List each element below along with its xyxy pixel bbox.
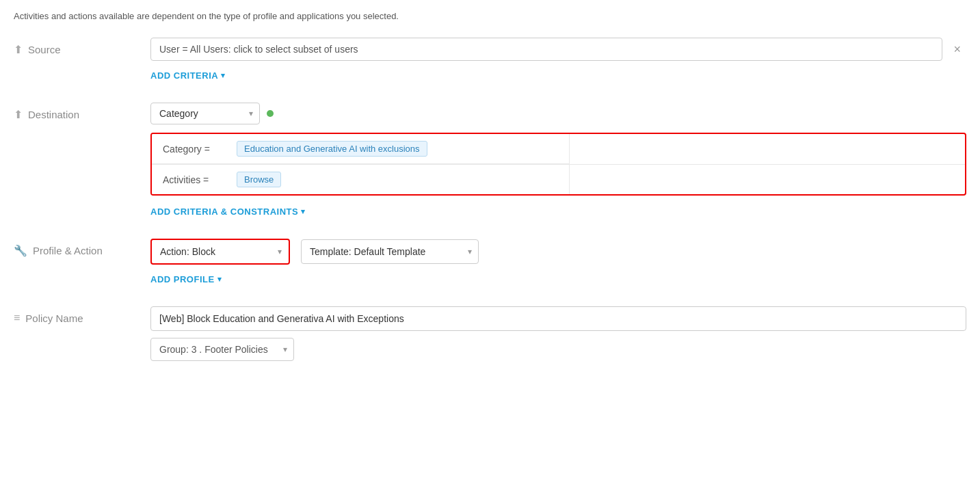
destination-criteria-box: Category = Education and Generative AI w… (150, 133, 966, 196)
policy-name-section: ≡ Policy Name Group: 1 . Top Policies Gr… (14, 306, 966, 361)
destination-add-criteria-chevron: ▾ (301, 207, 306, 216)
add-profile-chevron: ▾ (217, 275, 222, 284)
profile-action-content: Action: Block Action: Allow Action: Moni… (150, 239, 966, 284)
source-add-criteria-label: ADD CRITERIA (150, 70, 218, 81)
source-add-criteria-button[interactable]: ADD CRITERIA ▾ (150, 70, 226, 81)
destination-label: ⬆ Destination (14, 103, 150, 121)
destination-section: ⬆ Destination Category URL Application D… (14, 103, 966, 217)
info-text: Activities and actions available are dep… (14, 11, 966, 21)
source-clear-button[interactable]: × (948, 40, 966, 59)
criteria-category-label: Category = (163, 144, 231, 155)
destination-dropdown-row: Category URL Application Destination Hos… (150, 103, 966, 124)
template-select[interactable]: Template: Default Template Template: Cus… (301, 239, 479, 264)
profile-action-label-text: Profile & Action (33, 245, 103, 256)
policy-name-label: ≡ Policy Name (14, 306, 150, 324)
source-label: ⬆ Source (14, 38, 150, 56)
profile-action-label: 🔧 Profile & Action (14, 239, 150, 257)
criteria-category-row: Category = Education and Generative AI w… (152, 134, 569, 164)
criteria-category-extra (569, 134, 965, 164)
source-add-criteria-chevron: ▾ (221, 71, 226, 80)
source-content: × ADD CRITERIA ▾ (150, 38, 966, 81)
template-select-wrapper: Template: Default Template Template: Cus… (301, 239, 479, 264)
source-icon: ⬆ (14, 43, 23, 56)
destination-label-text: Destination (28, 109, 79, 120)
policy-name-label-text: Policy Name (25, 312, 83, 324)
criteria-activities-extra (569, 165, 965, 194)
source-label-text: Source (28, 44, 61, 55)
category-dropdown[interactable]: Category URL Application Destination Hos… (150, 103, 260, 124)
policy-name-input[interactable] (150, 306, 966, 331)
criteria-category-value[interactable]: Education and Generative AI with exclusi… (237, 141, 427, 157)
criteria-full-row-2: Activities = Browse (152, 164, 965, 194)
green-status-dot (267, 110, 274, 117)
action-select-wrapper: Action: Block Action: Allow Action: Moni… (150, 239, 290, 265)
action-select[interactable]: Action: Block Action: Allow Action: Moni… (152, 240, 289, 263)
add-profile-label: ADD PROFILE (150, 274, 215, 284)
profile-action-section: 🔧 Profile & Action Action: Block Action:… (14, 239, 966, 284)
action-dropdown-row: Action: Block Action: Allow Action: Moni… (150, 239, 966, 265)
policy-icon: ≡ (14, 312, 20, 324)
group-dropdown[interactable]: Group: 1 . Top Policies Group: 2 . Middl… (150, 338, 294, 361)
group-dropdown-wrapper: Group: 1 . Top Policies Group: 2 . Middl… (150, 338, 294, 361)
destination-content: Category URL Application Destination Hos… (150, 103, 966, 217)
source-section: ⬆ Source × ADD CRITERIA ▾ (14, 38, 966, 81)
category-dropdown-wrapper: Category URL Application Destination Hos… (150, 103, 260, 124)
criteria-activities-value[interactable]: Browse (237, 172, 281, 187)
add-profile-button[interactable]: ADD PROFILE ▾ (150, 274, 222, 284)
destination-add-criteria-label: ADD CRITERIA & CONSTRAINTS (150, 206, 298, 217)
destination-add-criteria-button[interactable]: ADD CRITERIA & CONSTRAINTS ▾ (150, 206, 306, 217)
criteria-activities-row: Activities = Browse (152, 165, 569, 194)
destination-icon: ⬆ (14, 108, 23, 121)
criteria-full-row-1: Category = Education and Generative AI w… (152, 134, 965, 164)
profile-icon: 🔧 (14, 244, 27, 257)
source-user-input[interactable] (150, 38, 942, 61)
policy-name-content: Group: 1 . Top Policies Group: 2 . Middl… (150, 306, 966, 361)
criteria-activities-label: Activities = (163, 174, 231, 185)
source-input-row: × (150, 38, 966, 61)
